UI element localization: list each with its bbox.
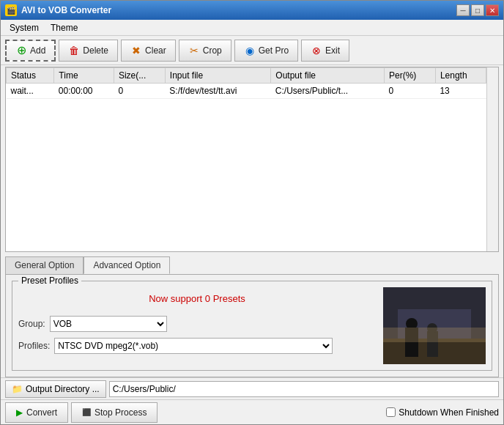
delete-icon: 🗑 xyxy=(68,45,80,56)
preset-profiles-group: Preset Profiles Now support 0 Presets Gr… xyxy=(12,281,492,371)
file-table-container: Status Time Size(... Input file Output f… xyxy=(5,67,499,252)
minimize-button[interactable]: ─ xyxy=(456,4,470,16)
clear-icon: ✖ xyxy=(130,45,142,56)
col-input: Input file xyxy=(165,68,271,84)
convert-label: Convert xyxy=(26,407,57,418)
exit-button[interactable]: ⊗ Exit xyxy=(301,40,349,62)
maximize-button[interactable]: □ xyxy=(471,4,484,16)
table-scroll[interactable]: Status Time Size(... Input file Output f… xyxy=(6,67,486,251)
crop-button[interactable]: ✂ Crop xyxy=(179,40,231,62)
crop-icon: ✂ xyxy=(188,45,200,56)
exit-label: Exit xyxy=(325,45,340,56)
menu-system[interactable]: System xyxy=(4,21,45,34)
preset-left: Now support 0 Presets Group: VOBAVIMP4MK… xyxy=(18,287,376,364)
profiles-select[interactable]: NTSC DVD mpeg2(*.vob)PAL DVD mpeg2(*.vob… xyxy=(54,338,333,354)
exit-icon: ⊗ xyxy=(311,45,322,56)
add-icon: ⊕ xyxy=(15,45,27,56)
main-window: 🎬 AVI to VOB Converter ─ □ ✕ System Them… xyxy=(0,0,504,425)
tabs-area: General Option Advanced Option xyxy=(5,256,499,274)
cell-status: wait... xyxy=(7,84,54,99)
tab-advanced[interactable]: Advanced Option xyxy=(84,256,170,274)
menu-theme[interactable]: Theme xyxy=(45,21,84,34)
group-row: Group: VOBAVIMP4MKV xyxy=(18,316,376,332)
getpro-label: Get Pro xyxy=(259,45,289,56)
output-dir-button[interactable]: 📁 Output Directory ... xyxy=(5,380,106,398)
output-dir-label: Output Directory ... xyxy=(26,384,100,394)
preset-profiles-legend: Preset Profiles xyxy=(18,276,81,286)
stop-label: Stop Process xyxy=(94,407,147,418)
col-output: Output file xyxy=(271,68,385,84)
add-label: Add xyxy=(30,45,45,56)
col-size: Size(... xyxy=(114,68,165,84)
file-table: Status Time Size(... Input file Output f… xyxy=(6,67,486,99)
getpro-button[interactable]: ◉ Get Pro xyxy=(234,40,298,62)
getpro-icon: ◉ xyxy=(244,45,256,56)
toolbar: ⊕ Add 🗑 Delete ✖ Clear ✂ Crop ◉ Get Pro … xyxy=(1,36,503,65)
window-controls: ─ □ ✕ xyxy=(456,4,499,16)
convert-button[interactable]: ▶ Convert xyxy=(5,402,68,423)
profiles-label: Profiles: xyxy=(18,341,50,351)
preset-message: Now support 0 Presets xyxy=(18,287,376,310)
shutdown-checkbox[interactable] xyxy=(386,407,396,417)
cell-length: 13 xyxy=(435,84,486,99)
close-button[interactable]: ✕ xyxy=(486,4,499,16)
output-path-input[interactable] xyxy=(109,381,499,397)
stop-icon: ⬛ xyxy=(82,408,91,416)
title-bar: 🎬 AVI to VOB Converter ─ □ ✕ xyxy=(1,1,503,20)
crop-label: Crop xyxy=(203,45,222,56)
group-select[interactable]: VOBAVIMP4MKV xyxy=(50,316,167,332)
cell-output: C:/Users/Public/t... xyxy=(271,84,385,99)
cell-percent: 0 xyxy=(385,84,436,99)
col-time: Time xyxy=(54,68,114,84)
folder-icon: 📁 xyxy=(12,384,23,394)
tabs: General Option Advanced Option xyxy=(5,256,499,274)
app-icon: 🎬 xyxy=(5,4,17,16)
group-label: Group: xyxy=(18,319,45,329)
cell-time: 00:00:00 xyxy=(54,84,114,99)
table-row[interactable]: wait...00:00:000S:/f/dev/test/tt.aviC:/U… xyxy=(7,84,486,99)
menubar: System Theme xyxy=(1,20,503,36)
window-title: AVI to VOB Converter xyxy=(21,5,456,15)
profiles-row: Profiles: NTSC DVD mpeg2(*.vob)PAL DVD m… xyxy=(18,338,376,354)
tab-general[interactable]: General Option xyxy=(5,256,84,274)
col-percent: Per(%) xyxy=(385,68,436,84)
delete-button[interactable]: 🗑 Delete xyxy=(59,40,118,62)
output-dir-row: 📁 Output Directory ... xyxy=(1,377,503,399)
delete-label: Delete xyxy=(83,45,108,56)
scrollbar[interactable] xyxy=(486,67,498,251)
cell-size: 0 xyxy=(114,84,165,99)
add-button[interactable]: ⊕ Add xyxy=(5,40,56,62)
col-length: Length xyxy=(435,68,486,84)
convert-icon: ▶ xyxy=(16,407,23,418)
clear-label: Clear xyxy=(145,45,166,56)
preview-canvas xyxy=(383,287,486,364)
stop-process-button[interactable]: ⬛ Stop Process xyxy=(71,402,158,423)
shutdown-area: Shutdown When Finished xyxy=(386,407,499,418)
preview-thumbnail xyxy=(383,287,486,364)
col-status: Status xyxy=(7,68,54,84)
bottom-bar: ▶ Convert ⬛ Stop Process Shutdown When F… xyxy=(1,399,503,424)
cell-input: S:/f/dev/test/tt.avi xyxy=(165,84,271,99)
options-panel: Preset Profiles Now support 0 Presets Gr… xyxy=(5,274,499,377)
shutdown-label: Shutdown When Finished xyxy=(399,407,499,418)
clear-button[interactable]: ✖ Clear xyxy=(121,40,176,62)
